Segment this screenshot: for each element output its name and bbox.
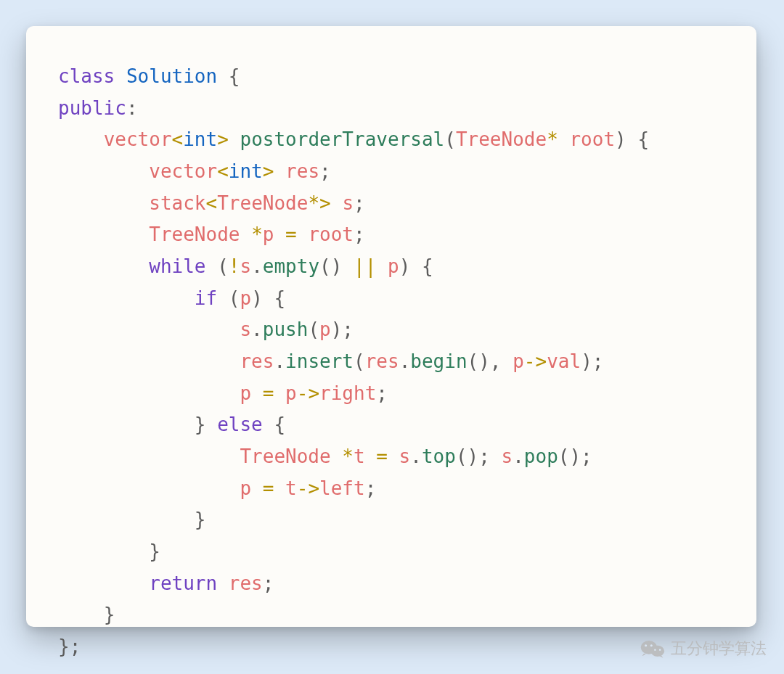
code-token: if bbox=[195, 287, 229, 309]
code-token: TreeNode bbox=[456, 128, 547, 150]
code-token bbox=[58, 477, 240, 499]
code-token: (); bbox=[456, 445, 502, 467]
code-token: root bbox=[297, 223, 354, 245]
code-token: s bbox=[240, 318, 251, 340]
code-token: ; bbox=[354, 192, 365, 214]
code-token: } bbox=[149, 541, 160, 562]
code-token: () bbox=[319, 255, 354, 277]
code-token: class bbox=[58, 65, 126, 87]
code-token: ); bbox=[581, 350, 603, 372]
code-token bbox=[58, 255, 149, 277]
code-token: < bbox=[206, 192, 218, 214]
code-token: (), bbox=[467, 350, 513, 372]
code-token: top bbox=[422, 445, 456, 467]
code-token: while bbox=[149, 255, 217, 277]
code-token: ) { bbox=[615, 128, 649, 150]
code-token: else bbox=[217, 414, 274, 435]
code-token: }; bbox=[58, 636, 81, 657]
code-token: root bbox=[569, 128, 615, 150]
code-token: p bbox=[513, 350, 524, 372]
code-token: } bbox=[104, 604, 115, 625]
code-token: int bbox=[229, 160, 263, 182]
code-token: * bbox=[342, 445, 354, 467]
code-token: > bbox=[319, 192, 342, 214]
code-token bbox=[58, 572, 149, 594]
code-token: res bbox=[365, 350, 399, 372]
code-token: : bbox=[126, 97, 138, 119]
code-token: . bbox=[410, 445, 422, 467]
code-token: p bbox=[240, 382, 262, 404]
code-token: = bbox=[376, 445, 388, 467]
code-token: push bbox=[263, 318, 309, 340]
code-token: res bbox=[240, 350, 274, 372]
code-token: ; bbox=[376, 382, 388, 404]
code-token: s bbox=[342, 192, 354, 214]
code-token: s bbox=[388, 445, 410, 467]
code-token: . bbox=[274, 350, 285, 372]
code-token: s bbox=[502, 445, 513, 467]
code-card: class Solution { public: vector<int> pos… bbox=[26, 26, 756, 627]
code-token: } bbox=[195, 414, 217, 435]
code-token: ( bbox=[217, 255, 229, 277]
code-token: ( bbox=[229, 287, 240, 309]
code-token: { bbox=[274, 414, 285, 435]
code-token bbox=[58, 192, 149, 214]
code-token: vector bbox=[104, 128, 172, 150]
code-token: . bbox=[399, 350, 411, 372]
code-token: res bbox=[285, 160, 319, 182]
code-token: p bbox=[376, 255, 399, 277]
code-block: class Solution { public: vector<int> pos… bbox=[58, 61, 724, 663]
code-token bbox=[58, 128, 104, 150]
code-token: public bbox=[58, 97, 126, 119]
code-token: -> bbox=[297, 477, 319, 499]
code-token: ; bbox=[365, 477, 377, 499]
code-token: . bbox=[251, 318, 263, 340]
code-token: ) { bbox=[399, 255, 433, 277]
code-token bbox=[58, 509, 195, 530]
code-token: val bbox=[547, 350, 581, 372]
code-token: vector bbox=[149, 160, 217, 182]
code-token: TreeNode bbox=[240, 445, 342, 467]
code-token: ( bbox=[354, 350, 365, 372]
code-token: TreeNode bbox=[149, 223, 251, 245]
code-token bbox=[58, 160, 149, 182]
code-token: TreeNode bbox=[217, 192, 308, 214]
code-token: ; bbox=[263, 572, 274, 594]
code-token: { bbox=[229, 65, 240, 87]
code-token: postorderTraversal bbox=[240, 128, 444, 150]
code-token bbox=[58, 445, 240, 467]
page: class Solution { public: vector<int> pos… bbox=[0, 0, 784, 674]
code-token: p bbox=[274, 382, 296, 404]
code-token: = bbox=[285, 223, 297, 245]
code-token: -> bbox=[297, 382, 319, 404]
code-token: > bbox=[217, 128, 240, 150]
code-token bbox=[58, 414, 195, 435]
code-token: s bbox=[240, 255, 251, 277]
code-token bbox=[58, 223, 149, 245]
code-token: = bbox=[263, 382, 274, 404]
code-token: * bbox=[547, 128, 569, 150]
code-token: . bbox=[251, 255, 263, 277]
code-token: insert bbox=[285, 350, 354, 372]
code-token: ) { bbox=[251, 287, 285, 309]
code-token: int bbox=[183, 128, 217, 150]
code-token: p bbox=[240, 477, 262, 499]
code-token: return bbox=[149, 572, 229, 594]
code-token: < bbox=[217, 160, 229, 182]
code-token: > bbox=[263, 160, 285, 182]
code-token: = bbox=[263, 477, 274, 499]
code-token: pop bbox=[524, 445, 558, 467]
code-token: stack bbox=[149, 192, 205, 214]
code-token: empty bbox=[263, 255, 319, 277]
code-token: . bbox=[513, 445, 524, 467]
code-token: < bbox=[172, 128, 184, 150]
code-token: ( bbox=[308, 318, 319, 340]
code-token: ; bbox=[354, 223, 365, 245]
code-token bbox=[58, 350, 240, 372]
code-token: -> bbox=[524, 350, 547, 372]
code-token: p bbox=[240, 287, 251, 309]
code-token: } bbox=[195, 509, 206, 530]
code-token: ! bbox=[229, 255, 240, 277]
code-token: left bbox=[319, 477, 365, 499]
code-token: ); bbox=[331, 318, 354, 340]
